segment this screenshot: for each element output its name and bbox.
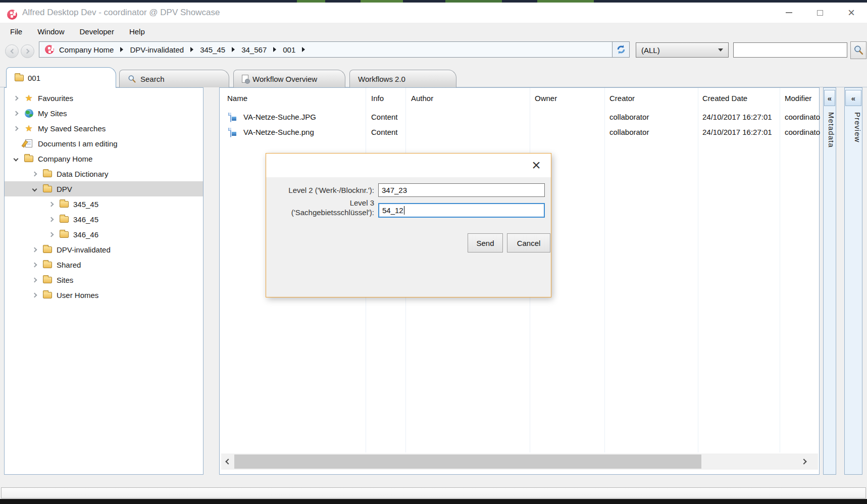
expand-metadata-button[interactable]: «: [824, 90, 835, 106]
refresh-icon: [616, 44, 626, 55]
menu-file[interactable]: File: [10, 27, 22, 36]
column-header-creator[interactable]: Creator: [609, 94, 635, 103]
expander-icon[interactable]: [30, 248, 38, 251]
tab-label: Workflows 2.0: [358, 75, 405, 83]
table-row[interactable]: VA-Netze-Suche.JPG Content collaborator …: [220, 110, 819, 125]
level2-input[interactable]: [378, 183, 545, 197]
tree-item-346-45[interactable]: 346_45: [5, 212, 203, 227]
globe-icon: [23, 109, 34, 118]
maximize-button[interactable]: [804, 3, 836, 23]
dialog-titlebar: ×: [266, 154, 551, 177]
expander-icon[interactable]: [30, 293, 38, 297]
tab-search[interactable]: Search: [119, 70, 229, 87]
refresh-button[interactable]: [613, 41, 630, 58]
tree-item-dpv[interactable]: DPV: [5, 181, 203, 196]
metadata-panel-collapsed[interactable]: « Metadata: [823, 87, 836, 475]
scrollbar-thumb[interactable]: [234, 455, 701, 469]
breadcrumb-item-345-45[interactable]: 345_45: [200, 45, 225, 54]
scroll-right-button[interactable]: [799, 453, 811, 470]
menu-window[interactable]: Window: [37, 27, 64, 36]
folder-icon: [42, 292, 53, 298]
dialog-close-button[interactable]: ×: [528, 157, 545, 174]
tree-item-my-saved-searches[interactable]: ★ My Saved Searches: [5, 121, 203, 136]
cancel-button[interactable]: Cancel: [507, 233, 550, 253]
send-button[interactable]: Send: [468, 233, 503, 253]
back-button[interactable]: [5, 44, 19, 58]
level3-input[interactable]: 54_12: [378, 203, 545, 218]
tree-item-346-46[interactable]: 346_46: [5, 227, 203, 242]
titlebar: Alfred Desktop Dev - coordinator @ DPV S…: [0, 3, 867, 23]
tab-label: Search: [140, 75, 165, 83]
expander-icon[interactable]: [12, 112, 20, 115]
expander-icon[interactable]: [12, 157, 20, 161]
expander-icon[interactable]: [30, 278, 38, 282]
app-logo-icon: [7, 10, 17, 20]
tree-item-shared[interactable]: Shared: [5, 257, 203, 272]
tree-item-documents-i-am-editing[interactable]: Documents I am editing: [5, 136, 203, 151]
metadata-panel-label[interactable]: Metadata: [824, 112, 836, 148]
filter-dropdown[interactable]: (ALL): [636, 42, 729, 58]
tree-item-dpv-invalidated[interactable]: DPV-invalidated: [5, 242, 203, 257]
expand-preview-button[interactable]: «: [845, 90, 861, 106]
tab-001[interactable]: 001: [6, 67, 116, 88]
column-header-modifier[interactable]: Modifier: [785, 94, 811, 103]
breadcrumb-separator-icon: [120, 47, 123, 52]
chevron-down-icon: [718, 48, 723, 52]
folder-icon: [15, 75, 24, 81]
star-icon: ★: [23, 124, 34, 133]
expander-icon[interactable]: [47, 218, 55, 221]
horizontal-scrollbar[interactable]: [221, 453, 818, 470]
breadcrumb[interactable]: Company Home DPV-invalidated 345_45 34_5…: [39, 41, 613, 58]
tab-label: 001: [28, 74, 40, 82]
close-icon: ×: [848, 8, 855, 18]
breadcrumb-item-34-567[interactable]: 34_567: [241, 45, 267, 54]
tree-item-my-sites[interactable]: My Sites: [5, 106, 203, 121]
expander-icon[interactable]: [47, 203, 55, 206]
cell-name[interactable]: VA-Netze-Suche.png: [243, 128, 314, 136]
search-button[interactable]: [850, 41, 866, 59]
cell-modifier: coordinator: [785, 128, 820, 136]
expander-icon[interactable]: [12, 96, 20, 100]
tree-item-favourites[interactable]: ★ Favourites: [5, 90, 203, 106]
tree-item-sites[interactable]: Sites: [5, 272, 203, 287]
column-header-author[interactable]: Author: [411, 94, 433, 103]
tree-item-company-home[interactable]: Company Home: [5, 151, 203, 166]
column-header-name[interactable]: Name: [227, 94, 247, 103]
menu-help[interactable]: Help: [129, 27, 145, 36]
tab-workflow-overview[interactable]: Workflow Overview: [233, 70, 345, 87]
forward-button[interactable]: [21, 44, 34, 58]
preview-panel-collapsed[interactable]: « Preview: [844, 87, 862, 475]
minimize-icon: [786, 12, 792, 13]
expander-icon[interactable]: [30, 263, 38, 267]
cell-name[interactable]: VA-Netze-Suche.JPG: [243, 113, 316, 121]
search-icon: [128, 75, 136, 83]
folder-icon: [42, 262, 53, 268]
repository-icon: [45, 45, 54, 54]
tree-item-data-dictionary[interactable]: Data Dictionary: [5, 166, 203, 181]
navigation-tree: ★ Favourites My Sites ★ My Saved Searche…: [4, 87, 203, 475]
column-header-owner[interactable]: Owner: [535, 94, 557, 103]
preview-panel-label[interactable]: Preview: [845, 112, 862, 142]
scroll-left-button[interactable]: [221, 453, 233, 470]
forward-icon: [24, 49, 29, 54]
folder-icon: [42, 246, 53, 253]
expander-icon[interactable]: [30, 187, 38, 191]
breadcrumb-item-001[interactable]: 001: [283, 45, 295, 54]
breadcrumb-item-dpv-invalidated[interactable]: DPV-invalidated: [130, 45, 184, 54]
column-header-created-date[interactable]: Created Date: [702, 94, 747, 103]
expander-icon[interactable]: [30, 172, 38, 176]
tab-workflows-2[interactable]: Workflows 2.0: [349, 70, 456, 87]
expander-icon[interactable]: [47, 233, 55, 236]
breadcrumb-item-company-home[interactable]: Company Home: [59, 45, 114, 54]
menu-developer[interactable]: Developer: [80, 27, 114, 36]
folder-icon: [59, 216, 70, 223]
close-button[interactable]: ×: [836, 3, 867, 23]
search-input[interactable]: [733, 42, 847, 58]
table-row[interactable]: VA-Netze-Suche.png Content collaborator …: [220, 125, 819, 140]
cell-creator: collaborator: [609, 113, 649, 121]
tree-item-user-homes[interactable]: User Homes: [5, 287, 203, 303]
minimize-button[interactable]: [773, 3, 804, 23]
expander-icon[interactable]: [12, 127, 20, 130]
tree-item-345-45[interactable]: 345_45: [5, 196, 203, 212]
column-header-info[interactable]: Info: [371, 94, 384, 103]
